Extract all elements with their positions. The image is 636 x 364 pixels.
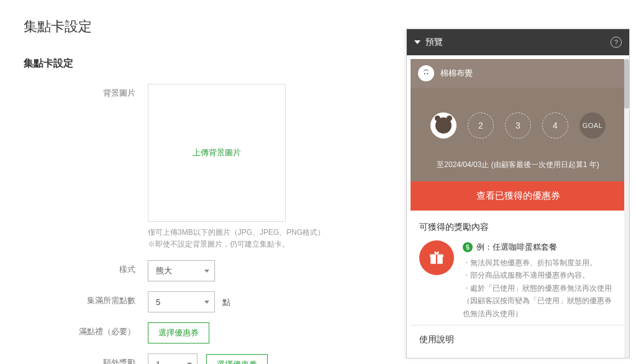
reward-badge: 5 xyxy=(463,242,473,252)
expire-text: 至2024/04/03止 (由顧客最後一次使用日起算1 年) xyxy=(411,160,625,181)
view-earned-coupons-button[interactable]: 查看已獲得的優惠券 xyxy=(411,181,625,211)
bear-icon xyxy=(435,117,452,134)
extra-reward-label: 額外獎勵 xyxy=(24,353,148,364)
gift-icon xyxy=(419,240,454,275)
reward-note: 處於「已使用」狀態的優惠券無法再次使用（因顧客誤按而變為「已使用」狀態的優惠券也… xyxy=(463,282,617,320)
style-label: 樣式 xyxy=(24,260,148,281)
reward-item: 5 例：任選咖啡蛋糕套餐 無法與其他優惠券、折扣等制度並用。 部分商品或服務不適… xyxy=(419,240,617,320)
stamp-goal: GOAL xyxy=(579,112,606,139)
collapse-icon xyxy=(414,40,420,44)
scrollbar-thumb[interactable] xyxy=(624,59,629,109)
reward-note: 無法與其他優惠券、折扣等制度並用。 xyxy=(463,257,617,269)
shop-name: 棉棉布覺 xyxy=(440,68,473,79)
reward-note: 部分商品或服務不適用優惠券內容。 xyxy=(463,269,617,281)
help-icon[interactable]: ? xyxy=(611,37,622,48)
svg-point-1 xyxy=(424,73,425,75)
stamp-3: 3 xyxy=(505,112,531,139)
full-reward-label: 滿點禮（必要） xyxy=(24,322,148,344)
upload-text: 上傳背景圖片 xyxy=(193,147,241,158)
card-preview: 棉棉布覺 2 3 4 GOAL 至2024/04/03止 (由顧客最後一次使用日… xyxy=(411,59,625,181)
choose-coupon-button[interactable]: 選擇優惠券 xyxy=(148,322,209,344)
stamp-4: 4 xyxy=(542,112,568,139)
chevron-down-icon xyxy=(204,270,209,273)
points-required-select[interactable]: 5 xyxy=(148,291,215,312)
points-label: 集滿所需點數 xyxy=(24,291,148,312)
stamp-1 xyxy=(430,112,457,139)
preview-header[interactable]: 預覽 ? xyxy=(407,29,629,55)
shop-avatar xyxy=(418,65,434,81)
scrollbar-track[interactable] xyxy=(624,59,629,358)
svg-point-2 xyxy=(427,73,428,75)
stamps-row: 2 3 4 GOAL xyxy=(411,88,625,160)
rewards-title: 可獲得的獎勵內容 xyxy=(419,222,617,233)
points-unit: 點 xyxy=(222,298,230,307)
svg-rect-5 xyxy=(436,255,437,264)
preview-panel: 預覽 ? 棉棉布覺 2 3 4 GOAL 至2024/04/03止 (由顧客最後… xyxy=(406,29,630,358)
extra-choose-coupon-button[interactable]: 選擇優惠券 xyxy=(206,354,268,364)
preview-title: 預覽 xyxy=(425,37,611,48)
stamp-2: 2 xyxy=(468,112,494,139)
chevron-down-icon xyxy=(204,301,209,304)
style-select[interactable]: 熊大 xyxy=(148,260,215,281)
usage-title: 使用說明 xyxy=(411,325,625,354)
bg-image-label: 背景圖片 xyxy=(24,84,148,250)
reward-example-title: 例：任選咖啡蛋糕套餐 xyxy=(476,240,557,254)
extra-reward-select[interactable]: 1 xyxy=(148,353,198,364)
upload-background-button[interactable]: 上傳背景圖片 xyxy=(148,84,286,222)
